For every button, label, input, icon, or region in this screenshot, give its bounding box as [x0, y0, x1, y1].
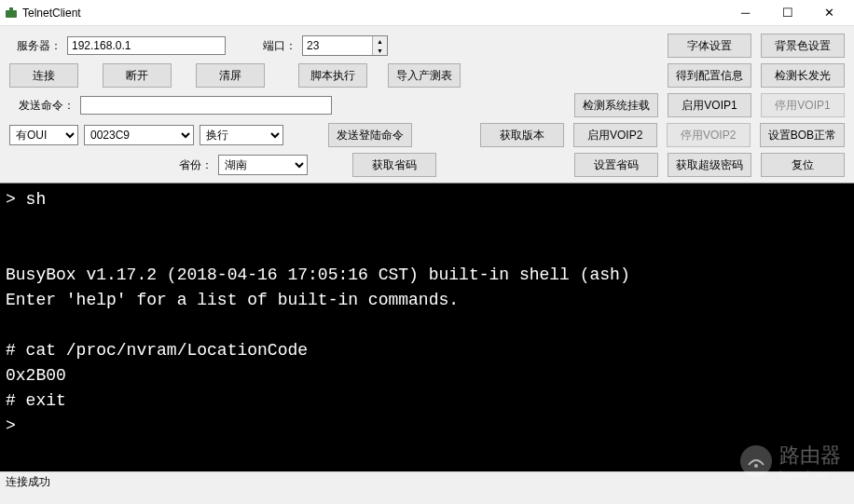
row-province: 省份： 湖南 获取省码 设置省码 获取超级密码 复位	[9, 153, 845, 177]
row-sendcmd: 发送命令： 检测系统挂载 启用VOIP1 停用VOIP1	[9, 93, 845, 117]
send-cmd-label: 发送命令：	[9, 98, 75, 114]
send-login-button[interactable]: 发送登陆命令	[328, 123, 412, 147]
enable-voip2-button[interactable]: 启用VOIP2	[573, 123, 657, 147]
status-bar: 连接成功	[0, 471, 854, 492]
minimize-button[interactable]: ─	[724, 1, 766, 25]
send-cmd-input[interactable]	[80, 96, 332, 115]
province-label: 省份：	[175, 157, 213, 173]
set-bob-normal-button[interactable]: 设置BOB正常	[760, 123, 845, 147]
wrap-mode-select[interactable]: 换行	[200, 125, 283, 145]
port-up[interactable]: ▲	[373, 36, 387, 46]
close-button[interactable]: ✕	[808, 1, 850, 25]
set-prov-code-button[interactable]: 设置省码	[574, 153, 658, 177]
disable-voip1-button[interactable]: 停用VOIP1	[761, 93, 845, 117]
titlebar: TelnetClient ─ ☐ ✕	[0, 0, 854, 26]
svg-rect-1	[9, 7, 13, 10]
port-down[interactable]: ▼	[373, 46, 387, 55]
enable-voip1-button[interactable]: 启用VOIP1	[668, 93, 751, 117]
check-sysmount-button[interactable]: 检测系统挂载	[574, 93, 658, 117]
server-input[interactable]	[67, 36, 226, 55]
clear-button[interactable]: 清屏	[196, 63, 265, 88]
status-text: 连接成功	[6, 474, 50, 490]
row-actions1: 连接 断开 清屏 脚本执行 导入产测表 得到配置信息 检测长发光	[9, 63, 845, 88]
check-long-light-button[interactable]: 检测长发光	[761, 63, 845, 88]
get-version-button[interactable]: 获取版本	[480, 123, 564, 147]
app-icon	[4, 6, 19, 20]
bg-settings-button[interactable]: 背景色设置	[761, 34, 845, 58]
port-spinner[interactable]: ▲ ▼	[302, 35, 388, 56]
window-title: TelnetClient	[22, 7, 724, 20]
window-controls: ─ ☐ ✕	[724, 1, 850, 25]
port-input[interactable]	[303, 36, 372, 55]
oui-value-select[interactable]: 0023C9	[84, 125, 194, 145]
import-table-button[interactable]: 导入产测表	[388, 63, 461, 88]
server-label: 服务器：	[9, 38, 62, 54]
port-label: 端口：	[255, 38, 296, 54]
row-server: 服务器： 端口： ▲ ▼ 字体设置 背景色设置	[9, 34, 845, 58]
reset-button[interactable]: 复位	[761, 153, 845, 177]
svg-rect-0	[6, 10, 17, 18]
oui-mode-select[interactable]: 有OUI	[9, 125, 78, 145]
font-settings-button[interactable]: 字体设置	[668, 34, 751, 58]
terminal-output[interactable]: > sh BusyBox v1.17.2 (2018-04-16 17:05:1…	[0, 183, 854, 471]
run-script-button[interactable]: 脚本执行	[298, 63, 367, 88]
row-oui: 有OUI 0023C9 换行 发送登陆命令 获取版本 启用VOIP2 停用VOI…	[9, 123, 845, 147]
maximize-button[interactable]: ☐	[766, 1, 808, 25]
disable-voip2-button[interactable]: 停用VOIP2	[667, 123, 751, 147]
province-select[interactable]: 湖南	[218, 155, 308, 175]
disconnect-button[interactable]: 断开	[103, 63, 172, 88]
get-config-button[interactable]: 得到配置信息	[668, 63, 751, 88]
get-prov-code-button[interactable]: 获取省码	[352, 153, 436, 177]
get-super-pwd-button[interactable]: 获取超级密码	[668, 153, 751, 177]
connect-button[interactable]: 连接	[9, 63, 78, 88]
control-panel: 服务器： 端口： ▲ ▼ 字体设置 背景色设置 连接 断开 清屏 脚本执行 导入…	[0, 26, 854, 183]
